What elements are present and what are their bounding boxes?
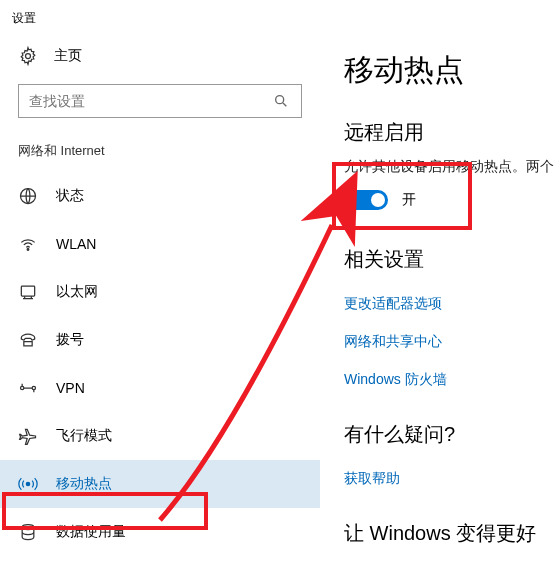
remote-heading: 远程启用	[344, 119, 559, 158]
ethernet-icon	[18, 282, 38, 302]
sidebar-item-label: 状态	[56, 187, 84, 205]
status-icon	[18, 186, 38, 206]
sidebar-item-label: 飞行模式	[56, 427, 112, 445]
dialup-icon	[18, 330, 38, 350]
remote-toggle[interactable]	[344, 190, 388, 210]
hotspot-icon	[18, 474, 38, 494]
link-adapter-options[interactable]: 更改适配器选项	[344, 285, 559, 323]
sidebar-item-status[interactable]: 状态	[0, 172, 320, 220]
link-firewall[interactable]: Windows 防火墙	[344, 361, 559, 399]
sidebar-item-dialup[interactable]: 拨号	[0, 316, 320, 364]
svg-point-6	[21, 386, 24, 389]
search-box[interactable]	[18, 84, 302, 118]
wifi-icon	[18, 234, 38, 254]
section-header: 网络和 Internet	[0, 136, 320, 172]
svg-point-4	[27, 249, 29, 251]
sidebar-item-ethernet[interactable]: 以太网	[0, 268, 320, 316]
sidebar-item-label: 移动热点	[56, 475, 112, 493]
svg-point-9	[22, 525, 34, 530]
improve-heading: 让 Windows 变得更好	[344, 520, 559, 559]
sidebar-item-datausage[interactable]: 数据使用量	[0, 508, 320, 556]
search-input[interactable]	[29, 93, 271, 109]
link-get-help[interactable]: 获取帮助	[344, 460, 559, 498]
search-wrap	[0, 84, 320, 136]
vpn-icon	[18, 378, 38, 398]
sidebar-item-hotspot[interactable]: 移动热点	[0, 460, 320, 508]
home-label: 主页	[54, 47, 82, 65]
link-network-sharing[interactable]: 网络和共享中心	[344, 323, 559, 361]
remote-toggle-row: 开	[344, 186, 559, 218]
sidebar-item-label: VPN	[56, 380, 85, 396]
svg-point-8	[26, 482, 29, 485]
title-text: 设置	[12, 11, 36, 25]
gear-icon	[18, 46, 38, 66]
sidebar-item-vpn[interactable]: VPN	[0, 364, 320, 412]
svg-line-2	[283, 103, 286, 106]
right-pane: 移动热点 远程启用 允许其他设备启用移动热点。两个 开 相关设置 更改适配器选项…	[344, 34, 559, 559]
search-icon	[271, 91, 291, 111]
left-pane: 主页 网络和 Internet 状态 WLAN 以太网 拨号	[0, 34, 320, 556]
svg-point-1	[276, 96, 284, 104]
sidebar-item-label: 数据使用量	[56, 523, 126, 541]
sidebar-item-label: WLAN	[56, 236, 96, 252]
related-heading: 相关设置	[344, 246, 559, 285]
svg-point-7	[32, 386, 35, 389]
window-title: 设置	[0, 0, 559, 31]
page-title: 移动热点	[344, 34, 559, 119]
sidebar-item-label: 以太网	[56, 283, 98, 301]
sidebar-item-airplane[interactable]: 飞行模式	[0, 412, 320, 460]
remote-description: 允许其他设备启用移动热点。两个	[344, 158, 559, 186]
help-heading: 有什么疑问?	[344, 421, 559, 460]
home-button[interactable]: 主页	[0, 34, 320, 84]
airplane-icon	[18, 426, 38, 446]
toggle-state-label: 开	[402, 191, 416, 209]
svg-point-0	[26, 54, 31, 59]
sidebar-item-wlan[interactable]: WLAN	[0, 220, 320, 268]
sidebar-item-label: 拨号	[56, 331, 84, 349]
data-usage-icon	[18, 522, 38, 542]
svg-rect-5	[21, 286, 34, 296]
